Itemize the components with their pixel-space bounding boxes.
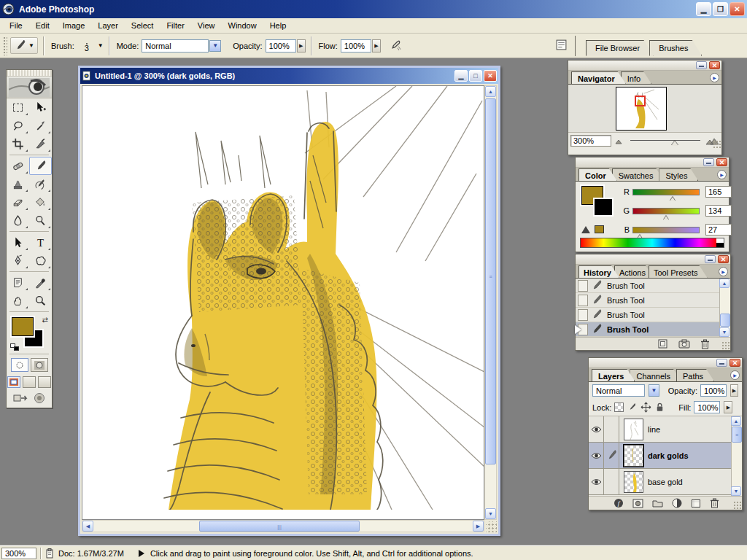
chevron-down-icon[interactable]: ▼ <box>98 42 104 49</box>
layer-row-dark-golds[interactable]: dark golds <box>589 443 731 469</box>
screen-mode-standard-button[interactable] <box>7 376 20 388</box>
tab-info[interactable]: Info <box>621 71 651 84</box>
history-source-well[interactable] <box>578 295 588 306</box>
blue-value-field[interactable]: 27 <box>705 224 732 236</box>
doc-minimize-button[interactable]: ▁ <box>454 70 468 82</box>
opacity-slider-button[interactable]: ▶ <box>730 384 738 397</box>
screen-mode-fullscreen-menubar-button[interactable] <box>23 376 36 388</box>
doc-maximize-button[interactable]: □ <box>469 70 482 82</box>
minimize-button[interactable]: ▁ <box>696 2 711 16</box>
tool-preset-picker[interactable]: ▼ <box>10 37 38 54</box>
palette-menu-button[interactable]: ▶ <box>710 73 719 82</box>
visibility-toggle[interactable] <box>589 416 604 443</box>
canvas[interactable] <box>82 85 484 520</box>
close-icon[interactable]: ✕ <box>709 61 720 69</box>
blend-mode-select[interactable]: Normal <box>592 384 645 397</box>
red-slider[interactable] <box>632 189 700 195</box>
new-group-folder-icon[interactable] <box>652 499 663 508</box>
tab-navigator[interactable]: Navigator <box>571 71 626 84</box>
options-grip[interactable] <box>3 36 7 55</box>
quickmask-mode-button[interactable] <box>31 358 48 372</box>
green-value-field[interactable]: 134 <box>705 205 732 217</box>
palette-resize-grip[interactable] <box>721 341 729 349</box>
color-spectrum-bar[interactable] <box>580 238 724 248</box>
horizontal-scroll-thumb[interactable]: ||| <box>199 521 360 532</box>
new-snapshot-camera-icon[interactable] <box>678 339 690 349</box>
foreground-color-swatch[interactable] <box>12 317 34 336</box>
scroll-up-icon[interactable]: ▲ <box>719 279 729 288</box>
menu-help[interactable]: Help <box>263 19 293 32</box>
lock-all-padlock-icon[interactable] <box>654 402 665 413</box>
palette-resize-grip[interactable] <box>713 140 721 148</box>
menu-image[interactable]: Image <box>56 19 92 32</box>
link-cell[interactable] <box>604 469 619 495</box>
history-source-well[interactable] <box>578 309 588 321</box>
flow-slider-button[interactable]: ▶ <box>372 39 381 52</box>
blue-slider[interactable] <box>632 227 700 233</box>
jump-to-imageready-icon[interactable] <box>13 392 31 404</box>
history-scrollbar[interactable]: ▲ ▼ <box>719 279 730 337</box>
eraser-tool[interactable] <box>7 193 29 211</box>
palette-drag-bar[interactable]: ✕ <box>576 254 730 265</box>
tab-brushes[interactable]: Brushes <box>649 40 702 56</box>
menu-filter[interactable]: Filter <box>160 19 190 32</box>
scroll-right-icon[interactable]: ▶ <box>473 521 484 532</box>
menu-file[interactable]: File <box>3 19 29 32</box>
tab-channels[interactable]: Channels <box>630 369 681 381</box>
opacity-slider-button[interactable]: ▶ <box>297 39 306 52</box>
standard-mode-button[interactable] <box>11 358 28 372</box>
layer-row-base-gold[interactable]: base gold <box>589 469 731 495</box>
link-cell[interactable] <box>604 416 619 443</box>
path-select-tool[interactable] <box>7 233 29 252</box>
status-zoom-field[interactable]: 300% <box>1 548 36 559</box>
layers-scroll-thumb[interactable]: ≡ <box>732 427 742 443</box>
dodge-tool[interactable] <box>29 211 52 230</box>
airbrush-icon[interactable] <box>390 39 402 52</box>
background-color-swatch[interactable] <box>595 199 612 215</box>
clone-stamp-tool[interactable] <box>7 175 29 193</box>
resize-grip[interactable] <box>486 521 497 532</box>
close-icon[interactable]: ✕ <box>718 255 729 263</box>
layer-thumbnail[interactable] <box>624 471 643 493</box>
doc-size-text[interactable]: Doc: 1.67M/3.27M <box>58 549 124 558</box>
rect-marquee-tool[interactable] <box>7 98 29 117</box>
navigator-zoom-slider[interactable] <box>629 136 702 146</box>
trash-icon[interactable] <box>700 339 710 349</box>
layer-row-line[interactable]: line <box>589 416 731 443</box>
new-document-from-state-icon[interactable] <box>657 339 668 349</box>
default-colors-icon[interactable] <box>10 343 19 351</box>
scroll-up-icon[interactable]: ▲ <box>731 416 741 426</box>
minimize-icon[interactable] <box>696 61 707 69</box>
layer-thumbnail[interactable] <box>624 419 643 440</box>
scroll-down-icon[interactable]: ▼ <box>485 508 496 519</box>
healing-brush-tool[interactable] <box>7 157 29 175</box>
palette-menu-button[interactable]: ▶ <box>717 170 727 179</box>
blur-tool[interactable] <box>7 211 29 230</box>
scroll-left-icon[interactable]: ◀ <box>82 521 93 532</box>
history-state[interactable]: Brush Tool <box>576 308 719 322</box>
blend-mode-dropdown-button[interactable]: ▼ <box>649 384 659 397</box>
menu-select[interactable]: Select <box>125 19 160 32</box>
hand-tool[interactable] <box>7 292 29 310</box>
document-titlebar[interactable]: Untitled-1 @ 300% (dark golds, RGB) ▁ □ … <box>80 68 498 84</box>
brush-preview[interactable]: 3 <box>77 40 96 52</box>
brush-tool[interactable] <box>29 157 52 175</box>
lock-position-icon[interactable] <box>640 402 651 413</box>
move-tool[interactable] <box>29 98 52 117</box>
palette-drag-bar[interactable]: ✕ <box>589 358 742 368</box>
zoom-tool[interactable] <box>29 292 52 310</box>
minimize-icon[interactable] <box>705 255 716 263</box>
palette-drag-bar[interactable]: ✕ <box>576 158 729 168</box>
layer-opacity-field[interactable]: 100% <box>700 384 727 397</box>
red-value-field[interactable]: 165 <box>705 186 732 198</box>
navigator-thumbnail[interactable] <box>616 87 667 131</box>
app-titlebar[interactable]: Adobe Photoshop ▁ ❐ ✕ <box>0 0 747 18</box>
tab-color[interactable]: Color <box>578 168 617 181</box>
scroll-up-icon[interactable]: ▲ <box>485 86 496 97</box>
tab-styles[interactable]: Styles <box>659 168 698 181</box>
horizontal-scrollbar[interactable]: ◀ ▶ ||| <box>82 520 484 532</box>
menu-edit[interactable]: Edit <box>29 19 56 32</box>
history-brush-tool[interactable] <box>29 175 52 193</box>
minimize-icon[interactable] <box>716 359 727 367</box>
notes-tool[interactable] <box>7 273 29 292</box>
